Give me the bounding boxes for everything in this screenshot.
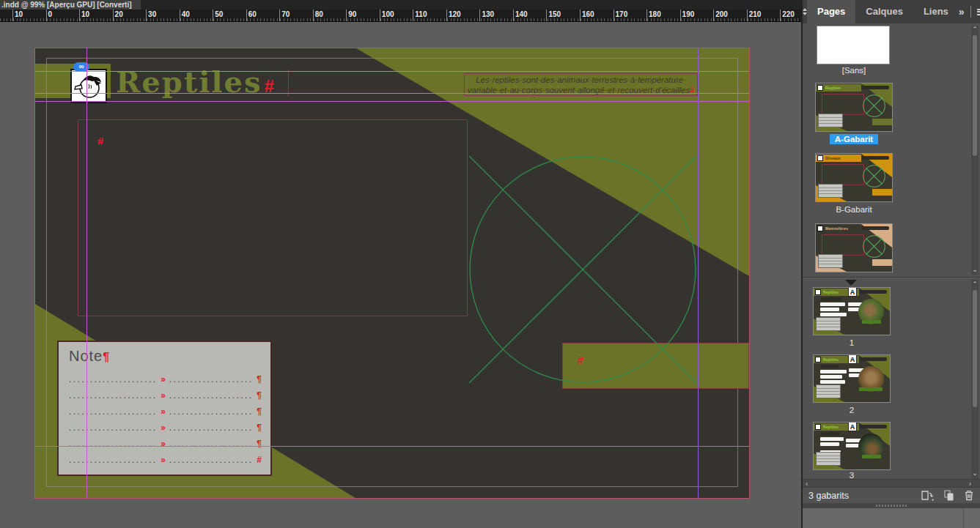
text-placeholder-marker: #	[97, 135, 103, 147]
masters-scroll-up-icon[interactable]: ⌃	[971, 26, 979, 33]
applied-master-badge: A	[848, 354, 857, 364]
ruler-tick: 100	[380, 10, 380, 21]
applied-master-badge: A	[848, 422, 857, 431]
ruler-tick: 30	[146, 10, 147, 21]
note-leader-line: .....................»..................…	[69, 439, 262, 448]
document-tab[interactable]: .indd @ 99% [Aperçu GPU] [Converti]	[0, 0, 141, 10]
page-thumbnail-3[interactable]: Reptiles A	[813, 422, 891, 470]
new-page-button[interactable]	[943, 490, 954, 501]
document-tab-bar: .indd @ 99% [Aperçu GPU] [Converti]	[0, 0, 801, 10]
thumb-title: Mammifères	[825, 226, 848, 231]
ruler-tick: 210	[747, 10, 748, 21]
tab-marker: »	[161, 439, 166, 448]
thumb-logo	[817, 155, 823, 161]
pages-panel-footer: 3 gabarits	[803, 487, 980, 503]
ruler-tick: 160	[580, 10, 581, 21]
tab-marker: »	[161, 375, 166, 384]
ruler-tick: 60	[246, 10, 247, 21]
pages-scroll-up-icon[interactable]: ⌃	[971, 281, 979, 288]
ruler-tick: 80	[313, 10, 314, 21]
page-thumbnail-1[interactable]: Reptiles A	[813, 287, 891, 335]
lower-dock-area	[803, 508, 980, 528]
ruler-minor-ticks	[0, 18, 801, 21]
note-leader-line: .....................»..................…	[69, 407, 262, 416]
master-thumbnail-sans[interactable]	[817, 26, 890, 64]
note-leader-line: .....................»..................…	[69, 456, 262, 464]
edit-page-size-button[interactable]	[921, 490, 934, 501]
tab-pages[interactable]: Pages	[807, 0, 855, 23]
thumb-caption-chip	[862, 320, 881, 324]
ruler-tick: 70	[279, 10, 280, 21]
tab-calques[interactable]: Calques	[855, 0, 913, 23]
ruler-tick: 110	[413, 10, 413, 21]
page-label-1[interactable]: 1	[800, 338, 903, 347]
top-margin-guide	[35, 101, 749, 102]
ruler-tick: 50	[213, 10, 213, 21]
ruler-tick: 170	[614, 10, 614, 21]
master-thumbnail-b[interactable]: Oiseaux	[815, 153, 893, 202]
tab-marker: »	[161, 391, 166, 400]
master-label-b[interactable]: B-Gabarit	[803, 205, 905, 214]
logo-image-frame[interactable]	[70, 69, 107, 103]
pilcrow-marker: ¶	[257, 391, 262, 400]
separator	[970, 6, 971, 18]
page-label-2[interactable]: 2	[800, 406, 903, 414]
delete-page-button[interactable]	[964, 490, 974, 501]
master-label-sans[interactable]: [Sans]	[803, 66, 905, 75]
masters-count-status: 3 gabarits	[808, 491, 849, 501]
document-tab-title: .indd @ 99% [Aperçu GPU] [Converti]	[1, 1, 132, 9]
tab-marker: »	[161, 407, 166, 416]
main-text-frame[interactable]: #	[78, 119, 468, 316]
masters-scrollbar-thumb[interactable]	[973, 35, 977, 156]
master-label-a[interactable]: A-Gabarit	[803, 135, 905, 144]
pages-list: [Sans] Reptiles A-Gabarit	[803, 23, 980, 479]
page-thumbnail-2[interactable]: Reptiles A	[813, 354, 891, 403]
pilcrow-marker: ¶	[257, 407, 262, 416]
pilcrow-marker: ¶	[257, 375, 262, 384]
ruler-tick: 190	[680, 10, 681, 21]
thumb-title: Reptiles	[825, 86, 841, 90]
thumb-logo	[815, 357, 821, 362]
ruler-tick: 220	[780, 10, 781, 21]
master-thumbnail-a[interactable]: Reptiles	[815, 83, 893, 132]
tab-liens[interactable]: Liens	[913, 0, 959, 23]
ruler-tick: 150	[546, 10, 547, 21]
ruler-tick: 130	[479, 10, 480, 21]
note-leader-line: .....................»..................…	[69, 423, 262, 432]
thumb-title: Oiseaux	[825, 156, 841, 160]
animal-logo-sketch	[72, 70, 106, 102]
master-thumbnail-c[interactable]: Mammifères	[815, 223, 893, 272]
current-page-marker-icon	[845, 280, 857, 286]
thumb-caption-chip	[862, 455, 881, 458]
thumb-logo	[817, 85, 823, 91]
subtitle-line-1: Les·reptiles·sont·des·animaux·terrestres…	[465, 75, 697, 85]
tab-marker: »	[161, 423, 166, 432]
thumb-title: Reptiles	[823, 357, 839, 362]
end-of-story-marker: #	[257, 456, 262, 464]
masters-pages-divider	[803, 277, 980, 278]
ruler-tick: 10	[12, 10, 13, 21]
pilcrow-marker: ¶	[257, 423, 262, 432]
thumb-logo	[817, 226, 823, 231]
pages-horizontal-scrollbar[interactable]: ‹ ›	[803, 479, 980, 487]
pages-scroll-down-icon[interactable]: ⌄	[971, 470, 979, 477]
ruler-tick: 200	[713, 10, 714, 21]
document-page[interactable]: # Reptiles# ∞ Les·reptiles·sont·des·anim…	[35, 48, 749, 498]
masters-scroll-down-icon[interactable]: ⌄	[971, 267, 979, 273]
collapse-panel-group-icon[interactable]: »	[959, 0, 965, 23]
applied-master-badge: A	[848, 287, 857, 297]
indesign-app: .indd @ 99% [Aperçu GPU] [Converti] 1001…	[0, 0, 980, 528]
pages-scrollbar-thumb[interactable]	[973, 290, 977, 407]
right-margin-guide	[698, 48, 699, 498]
horizontal-ruler[interactable]: 1001020304050607080901001101201301401501…	[0, 10, 801, 22]
note-text-frame[interactable]: Note¶ .....................»............…	[57, 341, 272, 476]
panel-resize-handle[interactable]	[803, 503, 980, 508]
thumb-caption-chip	[859, 387, 883, 391]
empty-circle-graphic-frame[interactable]	[469, 156, 696, 383]
ruler-tick: 180	[646, 10, 647, 21]
thumb-logo	[815, 424, 821, 430]
pilcrow-marker: ¶	[257, 439, 262, 448]
thumb-title: Reptiles	[823, 425, 839, 429]
panel-menu-icon[interactable]	[977, 9, 980, 15]
bottom-margin-guide	[35, 446, 749, 447]
